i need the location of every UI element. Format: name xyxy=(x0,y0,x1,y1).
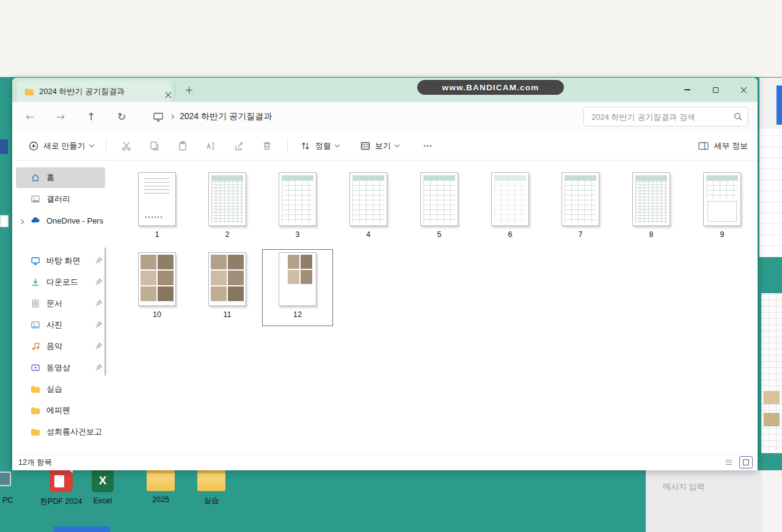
sidebar-item-downloads[interactable]: 다운로드 xyxy=(16,272,105,293)
pc-icon[interactable] xyxy=(0,472,11,486)
file-item[interactable]: 9 xyxy=(687,169,758,246)
partial-desktop-icon[interactable] xyxy=(0,139,8,154)
sort-button[interactable]: 정렬 xyxy=(294,135,345,157)
videos-icon xyxy=(31,363,40,373)
new-tab-button[interactable] xyxy=(181,82,197,97)
file-item[interactable]: 5 xyxy=(404,169,475,246)
sidebar-item-home[interactable]: 홈 xyxy=(16,167,105,188)
partial-window-grid[interactable] xyxy=(761,293,782,453)
music-icon xyxy=(31,341,40,351)
explorer-tab[interactable]: 2024 하반기 공기질결과 xyxy=(17,81,171,102)
file-thumbnail xyxy=(632,172,670,226)
sidebar-item-documents[interactable]: 문서 xyxy=(16,293,105,314)
sidebar-item-label: 다운로드 xyxy=(46,277,78,288)
view-button[interactable]: 보기 xyxy=(354,135,405,157)
desktop-icon-silseup[interactable]: 실습 xyxy=(186,467,237,506)
trash-icon xyxy=(261,140,272,151)
file-item[interactable]: 11 xyxy=(192,249,263,326)
chat-input-panel[interactable]: 메시지 입력 xyxy=(646,470,762,532)
downloads-icon xyxy=(31,277,40,287)
sidebar-item-label: 바탕 화면 xyxy=(46,255,81,266)
tab-bar: 2024 하반기 공기질결과 xyxy=(12,78,758,102)
new-button[interactable]: 새로 만들기 xyxy=(22,135,100,157)
folder-icon xyxy=(24,87,34,97)
desktop-icon-label: 한PDF 2024 xyxy=(40,497,82,507)
sidebar-item-label: 홈 xyxy=(46,172,54,183)
sidebar-item-videos[interactable]: 동영상 xyxy=(16,357,105,378)
list-view-icon xyxy=(725,458,733,467)
sidebar-item-silseup[interactable]: 실습 xyxy=(16,379,105,399)
pin-icon xyxy=(95,299,103,307)
file-item[interactable]: 10 xyxy=(122,249,192,326)
file-thumbnail xyxy=(279,172,316,226)
pin-icon xyxy=(95,257,103,264)
minimize-icon xyxy=(684,89,690,90)
view-icon xyxy=(360,140,371,151)
forward-button[interactable]: → xyxy=(45,106,76,128)
cut-button[interactable] xyxy=(112,135,141,157)
rename-button[interactable] xyxy=(197,135,225,157)
close-button[interactable] xyxy=(729,78,758,102)
file-item[interactable]: 7 xyxy=(545,169,616,246)
sidebar-item-onedrive[interactable]: OneDrive - Pers xyxy=(16,210,105,231)
details-pane-button[interactable]: 세부 정보 xyxy=(698,140,748,151)
file-name: 5 xyxy=(404,230,474,239)
file-item[interactable]: 6 xyxy=(475,169,546,246)
sidebar-item-desktop[interactable]: 바탕 화면 xyxy=(16,250,105,271)
expand-chevron-icon[interactable] xyxy=(20,216,23,225)
pictures-icon xyxy=(31,320,40,330)
maximize-button[interactable] xyxy=(701,78,729,102)
file-item[interactable]: 2 xyxy=(192,169,263,246)
pc-icon-label: PC xyxy=(2,496,13,505)
partial-desktop-icon-doc[interactable] xyxy=(0,215,9,227)
sidebar-item-label: 실습 xyxy=(46,384,62,395)
navigation-bar: ← → ↑ ↻ 2024 하반기 공기질결과 xyxy=(12,102,758,131)
file-thumbnail xyxy=(208,252,246,306)
file-item[interactable]: 8 xyxy=(616,169,687,246)
home-icon xyxy=(31,173,40,183)
sidebar-item-pictures[interactable]: 사진 xyxy=(16,315,105,335)
more-options-button[interactable] xyxy=(414,135,442,157)
copy-button[interactable] xyxy=(141,135,169,157)
folder-icon xyxy=(31,427,40,437)
file-item[interactable]: 4 xyxy=(333,169,404,246)
refresh-button[interactable]: ↻ xyxy=(106,106,137,128)
search-input[interactable] xyxy=(591,112,733,122)
new-button-label: 새로 만들기 xyxy=(43,140,86,151)
file-item-selected[interactable]: 12 xyxy=(262,249,333,326)
search-box[interactable] xyxy=(583,107,748,126)
desktop-icon-excel[interactable]: X Excel xyxy=(77,469,128,505)
file-item[interactable]: 3 xyxy=(262,169,333,246)
bandicam-watermark: www.BANDICAM.com xyxy=(417,80,564,95)
sidebar-scrollbar[interactable] xyxy=(104,247,106,376)
up-button[interactable]: ↑ xyxy=(76,106,106,128)
delete-button[interactable] xyxy=(253,135,281,157)
partial-window-list[interactable] xyxy=(759,129,782,257)
file-name: 2 xyxy=(192,230,262,239)
sort-icon xyxy=(300,140,311,151)
file-name: 6 xyxy=(475,230,545,239)
thumbnail-view-toggle[interactable] xyxy=(739,456,753,468)
thumbnail-view-icon xyxy=(742,458,750,467)
file-thumbnail xyxy=(561,172,599,226)
folder-icon xyxy=(31,384,40,394)
minimize-button[interactable] xyxy=(673,78,701,102)
list-view-toggle[interactable] xyxy=(722,456,736,468)
breadcrumb[interactable]: 2024 하반기 공기질결과 xyxy=(153,111,272,122)
chevron-right-icon xyxy=(169,114,174,119)
desktop-icon-2025[interactable]: 2025 xyxy=(135,467,186,504)
search-icon[interactable] xyxy=(733,112,743,122)
chevron-right-icon xyxy=(19,219,24,224)
tab-separator xyxy=(175,84,175,96)
pin-icon xyxy=(95,321,103,329)
sidebar-item-music[interactable]: 음악 xyxy=(16,336,105,357)
share-button[interactable] xyxy=(225,135,253,157)
sidebar-item-gallery[interactable]: 갤러리 xyxy=(16,189,105,210)
sidebar-item-epipen[interactable]: 에피펜 xyxy=(16,400,105,421)
sidebar-item-report[interactable]: 성희롱사건보고 xyxy=(16,421,105,442)
sidebar-item-label: 문서 xyxy=(46,298,62,309)
sidebar-item-label: 음악 xyxy=(46,341,62,352)
paste-button[interactable] xyxy=(169,135,197,157)
file-item[interactable]: 1 xyxy=(122,169,192,246)
back-button[interactable]: ← xyxy=(15,106,45,128)
